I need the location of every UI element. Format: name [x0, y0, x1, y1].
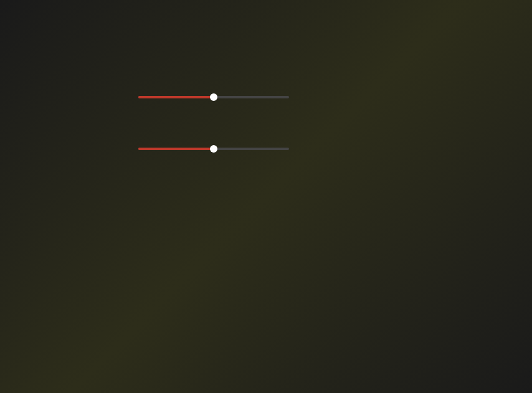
min-damage-track[interactable]	[138, 148, 288, 150]
hit-chance-thumb[interactable]	[210, 93, 217, 101]
min-damage-thumb[interactable]	[210, 145, 217, 153]
min-damage-fill	[138, 148, 214, 150]
hit-chance-track[interactable]	[138, 96, 288, 98]
hit-chance-fill	[138, 96, 214, 98]
